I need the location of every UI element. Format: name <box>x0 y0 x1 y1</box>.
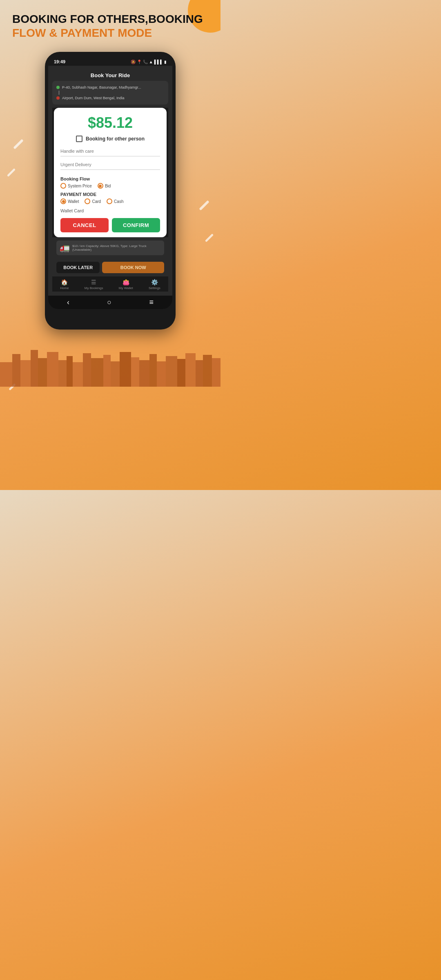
svg-rect-5 <box>47 352 58 387</box>
header-line2: FLOW & PAYMENT MODE <box>12 26 208 40</box>
svg-rect-22 <box>203 355 212 387</box>
bid-radio[interactable] <box>98 183 103 189</box>
pickup-row: P-40, Subhash Nagar, Basunagar, Madhyamg… <box>56 84 164 91</box>
svg-rect-11 <box>103 355 111 387</box>
svg-rect-20 <box>185 353 196 387</box>
status-time: 19:49 <box>54 59 65 64</box>
nav-wallet-label: My Wallet <box>119 286 133 290</box>
system-price-label: System Price <box>68 184 92 188</box>
svg-rect-13 <box>120 352 131 387</box>
svg-rect-19 <box>177 359 185 387</box>
wifi-icon: ▲ <box>149 60 153 64</box>
bottom-actions: BOOK LATER BOOK NOW <box>52 258 168 276</box>
bid-radio-inner <box>99 185 102 187</box>
payment-mode-radio-group: Wallet Card Cash <box>60 198 160 204</box>
svg-rect-10 <box>91 358 103 387</box>
svg-rect-15 <box>139 360 149 387</box>
bottom-nav: 🏠 Home ☰ My Bookings 👛 My Wallet ⚙️ <box>52 276 168 292</box>
truck-icon: 🚛 <box>60 243 70 253</box>
svg-rect-0 <box>0 362 12 387</box>
svg-rect-8 <box>73 362 83 387</box>
wallet-icon: 👛 <box>122 279 129 285</box>
booking-other-checkbox[interactable] <box>76 136 82 142</box>
modal-price: $85.12 <box>60 114 160 131</box>
system-price-option[interactable]: System Price <box>60 183 92 189</box>
battery-icon: ▮ <box>164 60 167 64</box>
pickup-text: P-40, Subhash Nagar, Basunagar, Madhyamg… <box>62 85 141 89</box>
svg-rect-14 <box>131 357 139 387</box>
svg-rect-3 <box>31 350 38 387</box>
card-option[interactable]: Card <box>85 198 101 204</box>
nav-settings[interactable]: ⚙️ Settings <box>149 279 160 290</box>
svg-rect-18 <box>166 356 177 387</box>
svg-rect-1 <box>12 354 20 387</box>
dropoff-dot <box>56 96 60 100</box>
card-radio[interactable] <box>85 198 90 204</box>
header-section: BOOKING FOR OTHERS,BOOKING FLOW & PAYMEN… <box>0 0 220 44</box>
book-now-button[interactable]: BOOK NOW <box>102 262 164 273</box>
cancel-button[interactable]: CANCEL <box>60 218 109 232</box>
cash-radio[interactable] <box>107 198 112 204</box>
svg-rect-9 <box>83 353 91 387</box>
wallet-label: Wallet <box>68 199 79 204</box>
bookings-icon: ☰ <box>91 279 96 285</box>
system-price-radio[interactable] <box>60 183 66 189</box>
truck-listing: 🚛 $10 / km Capacity: Above 50KG, Type: L… <box>52 237 168 258</box>
payment-mode-label: PAYMENT MODE <box>60 192 160 197</box>
svg-rect-16 <box>149 354 157 387</box>
svg-rect-2 <box>20 360 31 387</box>
bid-option[interactable]: Bid <box>98 183 111 189</box>
android-nav-bar: ‹ ○ ≡ <box>48 296 172 309</box>
city-skyline <box>0 338 220 387</box>
truck-info: $10 / km Capacity: Above 50KG, Type: Lar… <box>72 244 161 252</box>
booking-other-row[interactable]: Booking for other person <box>60 136 160 142</box>
svg-rect-7 <box>67 356 73 387</box>
confirm-button[interactable]: CONFIRM <box>112 218 160 232</box>
nav-wallet[interactable]: 👛 My Wallet <box>119 279 133 290</box>
nav-settings-label: Settings <box>149 286 160 290</box>
wallet-radio[interactable] <box>60 198 66 204</box>
booking-flow-radio-group: System Price Bid <box>60 183 160 189</box>
wallet-option[interactable]: Wallet <box>60 198 79 204</box>
svg-rect-17 <box>157 361 166 387</box>
route-connector <box>59 91 59 95</box>
booking-other-label: Booking for other person <box>86 136 145 142</box>
android-back-button[interactable]: ‹ <box>67 298 69 307</box>
app-background: Book Your Ride P-40, Subhash Nagar, Basu… <box>48 66 172 296</box>
nav-bookings[interactable]: ☰ My Bookings <box>85 279 103 290</box>
modal-buttons: CANCEL CONFIRM <box>60 218 160 232</box>
android-menu-button[interactable]: ≡ <box>149 298 154 307</box>
svg-rect-21 <box>196 360 203 387</box>
nav-home[interactable]: 🏠 Home <box>60 279 69 290</box>
dropoff-row: Airport, Dum Dum, West Bengal, India <box>56 95 164 101</box>
card-label: Card <box>92 199 101 204</box>
phone-mockup: 19:49 🔕 📍 📞 ▲ ▌▌▌ ▮ Book Your Ride <box>0 52 220 330</box>
svg-rect-6 <box>58 360 67 387</box>
wallet-card-label: Wallet Card <box>60 208 84 213</box>
truck-item[interactable]: 🚛 $10 / km Capacity: Above 50KG, Type: L… <box>56 241 164 255</box>
status-bar: 19:49 🔕 📍 📞 ▲ ▌▌▌ ▮ <box>48 58 172 66</box>
book-later-button[interactable]: BOOK LATER <box>56 262 100 273</box>
phone-body: 19:49 🔕 📍 📞 ▲ ▌▌▌ ▮ Book Your Ride <box>45 52 176 330</box>
nav-home-label: Home <box>60 286 69 290</box>
cash-label: Cash <box>114 199 123 204</box>
call-icon: 📞 <box>143 60 148 64</box>
home-icon: 🏠 <box>61 279 68 285</box>
phone-screen: 19:49 🔕 📍 📞 ▲ ▌▌▌ ▮ Book Your Ride <box>48 58 172 309</box>
modal-card: $85.12 Booking for other person Booking … <box>54 108 167 237</box>
svg-rect-4 <box>38 358 47 387</box>
booking-flow-label: Booking Flow <box>60 176 160 181</box>
app-header-title: Book Your Ride <box>52 70 168 81</box>
bid-label: Bid <box>105 184 111 188</box>
modal-overlay: $85.12 Booking for other person Booking … <box>52 108 168 237</box>
handle-care-input[interactable] <box>60 146 160 156</box>
location-icon: 📍 <box>137 60 142 64</box>
header-line1: BOOKING FOR OTHERS,BOOKING <box>12 12 208 26</box>
wallet-radio-inner <box>62 200 65 203</box>
cash-option[interactable]: Cash <box>107 198 123 204</box>
urgent-delivery-input[interactable] <box>60 160 160 170</box>
dropoff-text: Airport, Dum Dum, West Bengal, India <box>62 96 124 100</box>
svg-rect-23 <box>212 358 220 387</box>
route-box: P-40, Subhash Nagar, Basunagar, Madhyamg… <box>52 81 168 105</box>
android-home-button[interactable]: ○ <box>107 298 111 307</box>
